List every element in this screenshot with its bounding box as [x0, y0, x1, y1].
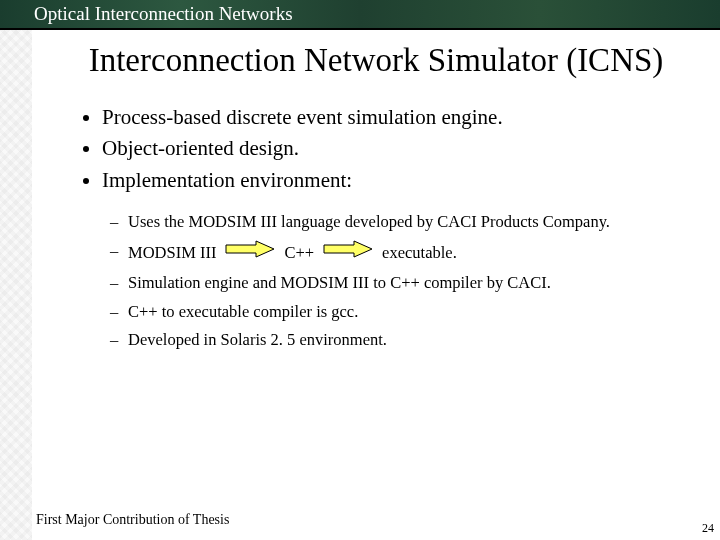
sub-bullet-item: Uses the MODSIM III language developed b…: [110, 210, 702, 235]
header-bar: Optical Interconnection Networks: [0, 0, 720, 28]
sub-bullet-item: Developed in Solaris 2. 5 environment.: [110, 328, 702, 353]
header-title: Optical Interconnection Networks: [34, 3, 293, 25]
flow-label: MODSIM III: [128, 241, 216, 266]
sub-bullet-item: C++ to executable compiler is gcc.: [110, 300, 702, 325]
sidebar-texture: [0, 30, 32, 540]
sub-bullet-item: MODSIM III C++ executable.: [110, 239, 702, 267]
sub-bullet-item: Simulation engine and MODSIM III to C++ …: [110, 271, 702, 296]
bullet-item: Object-oriented design.: [102, 133, 702, 165]
bullet-item: Implementation environment:: [102, 165, 702, 197]
slide-content: Interconnection Network Simulator (ICNS)…: [32, 30, 720, 540]
bullet-item: Process-based discrete event simulation …: [102, 102, 702, 134]
arrow-right-icon: [224, 239, 276, 267]
arrow-right-icon: [322, 239, 374, 267]
footer-text: First Major Contribution of Thesis: [36, 512, 229, 528]
flow-label: executable.: [382, 241, 457, 266]
svg-marker-1: [324, 241, 372, 257]
svg-marker-0: [226, 241, 274, 257]
flow-label: C++: [284, 241, 314, 266]
page-number: 24: [702, 521, 714, 536]
slide-title: Interconnection Network Simulator (ICNS): [50, 42, 702, 80]
bullet-list: Process-based discrete event simulation …: [102, 102, 702, 197]
sub-bullet-list: Uses the MODSIM III language developed b…: [110, 210, 702, 353]
